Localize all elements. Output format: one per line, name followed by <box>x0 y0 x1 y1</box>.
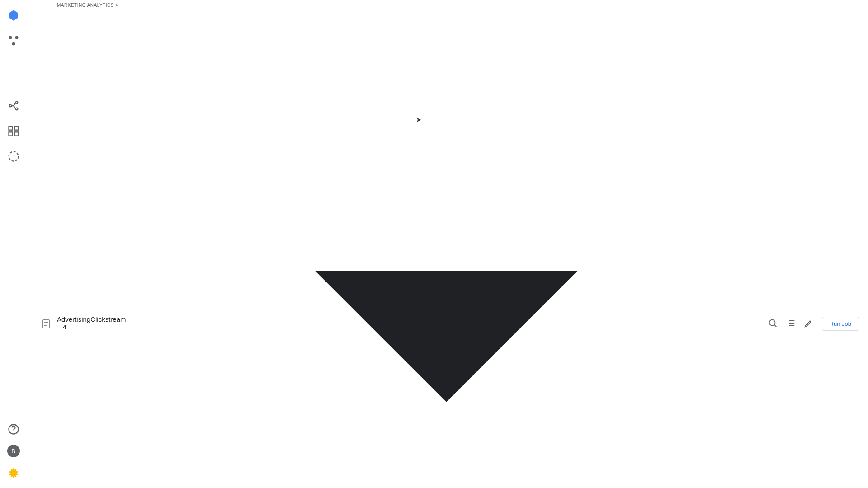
dataset-icon <box>41 319 52 329</box>
svg-point-5 <box>15 108 18 110</box>
svg-point-13 <box>769 320 775 326</box>
svg-rect-6 <box>9 127 12 130</box>
svg-rect-8 <box>9 132 12 136</box>
breadcrumb[interactable]: MARKETING ANALYTICS > <box>57 3 762 8</box>
search-icon[interactable] <box>768 318 778 329</box>
left-nav-rail: B <box>0 0 27 488</box>
run-job-button[interactable]: Run Job <box>822 317 859 331</box>
avatar[interactable]: B <box>7 445 20 457</box>
page-title[interactable]: AdvertisingClickstream – 4 <box>57 8 762 488</box>
svg-rect-7 <box>14 127 18 130</box>
cloud-icon[interactable] <box>7 466 20 479</box>
chevron-down-icon[interactable] <box>131 8 762 488</box>
edit-icon[interactable] <box>804 318 814 329</box>
home-icon[interactable] <box>7 9 20 22</box>
flows-icon[interactable] <box>7 34 20 47</box>
svg-point-0 <box>9 36 12 39</box>
jobs-icon[interactable] <box>7 150 20 163</box>
list-icon[interactable] <box>786 318 796 329</box>
svg-point-2 <box>12 42 15 46</box>
svg-point-4 <box>15 102 18 104</box>
library-icon[interactable] <box>7 125 20 137</box>
recipe-icon[interactable] <box>7 99 20 112</box>
svg-point-10 <box>9 152 18 161</box>
svg-rect-9 <box>14 132 18 136</box>
svg-point-3 <box>9 105 11 107</box>
svg-point-1 <box>15 36 18 39</box>
header: MARKETING ANALYTICS > AdvertisingClickst… <box>27 0 868 488</box>
help-icon[interactable] <box>7 423 20 436</box>
